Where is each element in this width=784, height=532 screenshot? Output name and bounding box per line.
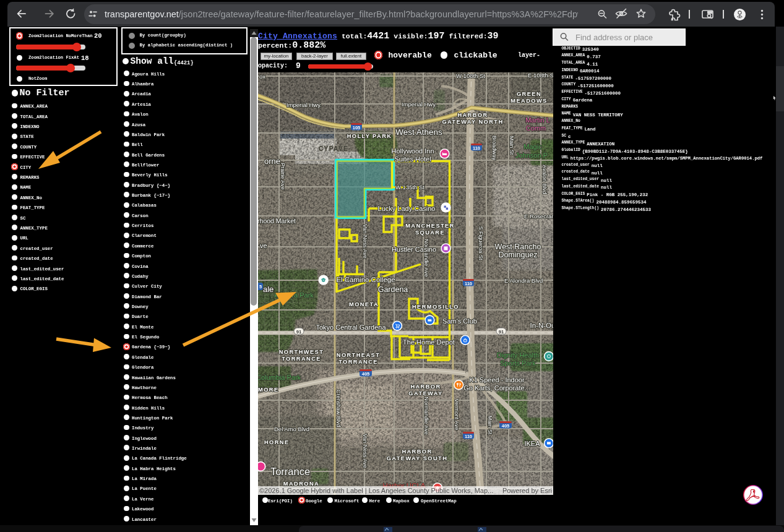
- svg-text:Columbia Park: Columbia Park: [258, 374, 301, 381]
- svg-text:E 108th S: E 108th S: [528, 72, 553, 79]
- svg-text:CYPAVE: CYPAVE: [319, 145, 348, 152]
- svg-text:GATEWAY NORTH: GATEWAY NORTH: [442, 119, 503, 125]
- svg-text:NORTHWEST: NORTHWEST: [279, 349, 324, 355]
- svg-text:ox: ox: [259, 73, 265, 80]
- svg-text:HERMOSILLO: HERMOSILLO: [412, 304, 459, 310]
- svg-text:MONETA: MONETA: [349, 301, 379, 307]
- svg-text:Johnson P: Johnson P: [515, 152, 548, 159]
- svg-text:Imperial Hwy.: Imperial Hwy.: [402, 101, 437, 108]
- svg-text:405: 405: [502, 423, 510, 429]
- svg-text:105: 105: [353, 125, 361, 131]
- svg-text:E Alondra Blvd: E Alondra Blvd: [504, 277, 543, 284]
- svg-text:110: 110: [465, 281, 472, 286]
- svg-text:Magic: Magic: [523, 143, 542, 150]
- svg-text:91: 91: [296, 329, 301, 335]
- svg-text:GATEWAY SOUTH: GATEWAY SOUTH: [387, 455, 448, 461]
- svg-text:The Home Depot: The Home Depot: [403, 338, 455, 346]
- svg-text:ve: ve: [260, 242, 267, 249]
- svg-text:West Athens: West Athens: [395, 127, 442, 137]
- svg-text:Van Ness Ave: Van Ness Ave: [362, 224, 368, 259]
- svg-text:Go Karts, Corporate...: Go Karts, Corporate...: [463, 384, 530, 392]
- svg-text:HARBOR: HARBOR: [457, 112, 488, 118]
- svg-text:5: 5: [259, 284, 262, 290]
- svg-text:HORNE: HORNE: [264, 439, 290, 445]
- svg-text:El Camino College: El Camino College: [336, 276, 395, 283]
- svg-text:W 135th St: W 135th St: [395, 184, 424, 191]
- svg-text:HARBOR: HARBOR: [402, 448, 432, 455]
- svg-text:SQUARE: SQUARE: [415, 230, 445, 236]
- svg-text:Normandie Ave: Normandie Ave: [423, 397, 429, 434]
- svg-text:IKEA: IKEA: [524, 440, 540, 447]
- svg-text:TORRANCE: TORRANCE: [338, 359, 378, 365]
- svg-text:Torrance: Torrance: [270, 466, 310, 477]
- svg-text:Suites Hotel: Suites Hotel: [394, 155, 431, 163]
- svg-text:Dignity Health: Dignity Health: [497, 351, 539, 359]
- svg-text:GATEWAY: GATEWAY: [408, 390, 442, 397]
- svg-text:ale: ale: [263, 285, 274, 294]
- svg-text:Normandie Ave: Normandie Ave: [423, 239, 429, 277]
- svg-text:orne: orne: [264, 157, 280, 166]
- svg-text:91: 91: [499, 329, 504, 335]
- svg-text:Martin L: Martin L: [525, 116, 550, 124]
- svg-text:TORRANCE: TORRANCE: [282, 356, 321, 362]
- svg-text:Main St: Main St: [487, 416, 493, 435]
- svg-text:Sports Park: Sports Park: [500, 359, 536, 367]
- svg-text:HOLLY PARK: HOLLY PARK: [347, 133, 392, 139]
- svg-text:Comm: Comm: [526, 124, 546, 132]
- svg-text:MEADOWS: MEADOWS: [510, 98, 547, 104]
- svg-text:110: 110: [473, 145, 480, 151]
- svg-text:West Rancho: West Rancho: [495, 242, 541, 251]
- svg-text:HARBOR: HARBOR: [410, 384, 441, 390]
- svg-text:Crenshaw Blvd: Crenshaw Blvd: [335, 390, 342, 427]
- svg-text:GREEN: GREEN: [517, 91, 541, 97]
- svg-text:In-N-Ou: In-N-Ou: [530, 322, 553, 329]
- svg-text:Main St: Main St: [509, 136, 515, 155]
- svg-text:110: 110: [465, 434, 472, 439]
- svg-text:K1 Speed - Indoor: K1 Speed - Indoor: [469, 376, 525, 384]
- svg-text:Hustler Casino: Hustler Casino: [392, 246, 436, 253]
- svg-text:E Rosecrans: E Rosecrans: [524, 213, 553, 220]
- svg-text:Alondra Park: Alondra Park: [274, 291, 314, 299]
- svg-text:MANCHESTER: MANCHESTER: [405, 223, 455, 229]
- svg-text:MORE: MORE: [258, 387, 279, 393]
- svg-text:Prairie Ave: Prairie Ave: [280, 163, 286, 189]
- svg-text:Van Ness Ave: Van Ness Ave: [362, 434, 368, 468]
- svg-text:rhood Market: rhood Market: [258, 217, 296, 225]
- svg-text:Avalon Blvd: Avalon Blvd: [541, 165, 548, 194]
- svg-text:Gardena: Gardena: [378, 285, 408, 294]
- svg-text:Imperial Hwy.: Imperial Hwy.: [286, 101, 322, 108]
- svg-text:Vermont Ave: Vermont Ave: [454, 399, 460, 431]
- svg-text:405: 405: [362, 371, 370, 377]
- svg-text:Lucky Lady Casino: Lucky Lady Casino: [378, 205, 436, 212]
- svg-text:Hollywood Inn: Hollywood Inn: [391, 147, 434, 155]
- svg-text:Broadway: Broadway: [491, 135, 498, 161]
- svg-text:S Figueroa St: S Figueroa St: [478, 226, 484, 260]
- svg-text:Tokyo Central Gardena: Tokyo Central Gardena: [316, 324, 386, 331]
- svg-text:Sam's Club: Sam's Club: [442, 317, 477, 325]
- svg-text:Del Amo Blvd: Del Amo Blvd: [274, 426, 309, 432]
- svg-text:NORTHEAST: NORTHEAST: [337, 352, 380, 358]
- svg-text:W 108th St: W 108th St: [456, 72, 485, 79]
- svg-text:Dominguez: Dominguez: [498, 251, 537, 259]
